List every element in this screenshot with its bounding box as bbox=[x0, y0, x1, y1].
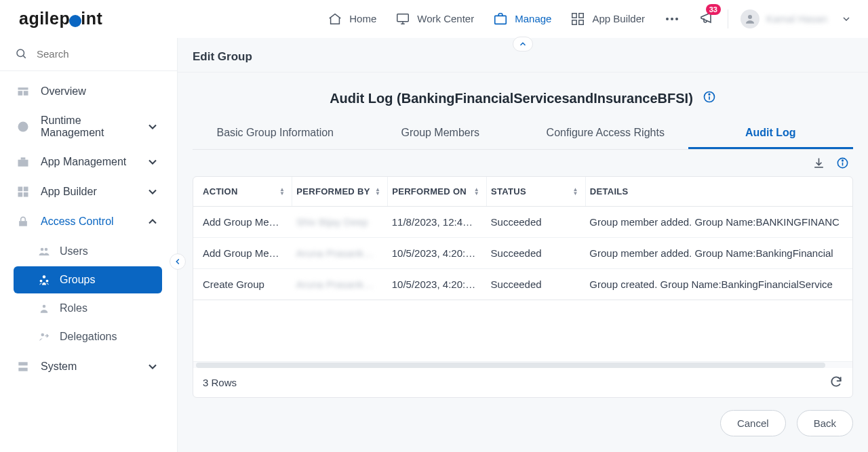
sub-item-label: Roles bbox=[60, 302, 87, 314]
search-icon bbox=[15, 47, 27, 60]
tab-group-members[interactable]: Group Members bbox=[358, 120, 524, 149]
svg-line-11 bbox=[23, 56, 25, 58]
sidebar-collapse-toggle[interactable] bbox=[170, 253, 186, 270]
col-action[interactable]: ACTION▲▼ bbox=[193, 177, 292, 207]
col-details: DETAILS bbox=[585, 177, 852, 207]
scrollbar-thumb[interactable] bbox=[196, 363, 825, 368]
sub-item-groups[interactable]: Groups bbox=[14, 266, 162, 293]
person-icon bbox=[744, 13, 756, 25]
grid-icon bbox=[570, 12, 585, 26]
cell-performed-on: 11/8/2023, 12:4… bbox=[388, 207, 487, 238]
svg-rect-14 bbox=[24, 91, 28, 96]
sub-item-users[interactable]: Users bbox=[14, 238, 162, 265]
monitor-icon bbox=[395, 12, 410, 26]
table-row[interactable]: Create Group Aruna Prasanku… 10/5/2023, … bbox=[193, 269, 852, 300]
search-box[interactable] bbox=[0, 38, 177, 71]
refresh-button[interactable] bbox=[829, 375, 843, 390]
sub-item-label: Delegations bbox=[60, 331, 117, 343]
access-control-sublist: Users Groups Roles Delegations bbox=[0, 238, 169, 350]
cancel-button[interactable]: Cancel bbox=[720, 410, 786, 436]
user-menu[interactable]: Kamal Hasan bbox=[741, 9, 852, 28]
col-performed-by[interactable]: PERFORMED BY▲▼ bbox=[292, 177, 388, 207]
squares-icon bbox=[16, 185, 30, 199]
chevron-down-icon bbox=[146, 185, 159, 199]
nav-work-center[interactable]: Work Center bbox=[395, 12, 474, 26]
sidebar-item-system[interactable]: System bbox=[0, 352, 169, 382]
cell-performed-by: Aruna Prasanku… bbox=[292, 269, 388, 300]
svg-point-24 bbox=[45, 248, 48, 251]
search-input[interactable] bbox=[37, 48, 166, 60]
group-icon bbox=[38, 274, 50, 286]
col-status[interactable]: STATUS▲▼ bbox=[487, 177, 586, 207]
svg-point-27 bbox=[46, 280, 49, 283]
audit-table-card: ACTION▲▼ PERFORMED BY▲▼ PERFORMED ON▲▼ S… bbox=[193, 176, 853, 398]
panel-collapse-up[interactable] bbox=[513, 37, 533, 52]
sub-item-label: Users bbox=[60, 245, 88, 258]
nav-manage-label: Manage bbox=[515, 13, 551, 24]
sidebar-label: App Management bbox=[41, 156, 126, 168]
sidebar-item-appmgmt[interactable]: App Management bbox=[0, 147, 169, 177]
svg-rect-1 bbox=[495, 16, 507, 24]
table-row[interactable]: Add Group Mem… Shiv Bijay Deep 11/8/2023… bbox=[193, 207, 852, 238]
sidebar-item-overview[interactable]: Overview bbox=[0, 77, 169, 106]
tab-audit-log[interactable]: Audit Log bbox=[688, 120, 854, 149]
logo-text-a: agilep bbox=[19, 9, 70, 28]
cell-performed-by: Shiv Bijay Deep bbox=[292, 207, 388, 238]
home-icon bbox=[328, 12, 342, 26]
lock-icon bbox=[16, 215, 30, 228]
sidebar-item-appbuilder[interactable]: App Builder bbox=[0, 177, 169, 207]
table-info-button[interactable] bbox=[836, 157, 849, 172]
horizontal-scrollbar[interactable] bbox=[193, 361, 852, 368]
nav-manage[interactable]: Manage bbox=[493, 12, 551, 26]
nav-home-label: Home bbox=[349, 13, 376, 24]
chevron-up-icon bbox=[518, 39, 528, 49]
svg-point-34 bbox=[709, 94, 710, 95]
logo: agilepint bbox=[19, 9, 102, 28]
sub-item-label: Groups bbox=[60, 274, 95, 286]
nav-work-center-label: Work Center bbox=[417, 13, 474, 24]
cell-action: Add Group Mem… bbox=[193, 207, 292, 238]
col-performed-on[interactable]: PERFORMED ON▲▼ bbox=[388, 177, 487, 207]
main-layout: Overview Runtime Management App Manageme… bbox=[0, 38, 868, 452]
sidebar-item-runtime[interactable]: Runtime Management bbox=[0, 106, 169, 147]
back-button[interactable]: Back bbox=[797, 410, 853, 436]
sort-icon: ▲▼ bbox=[474, 188, 479, 196]
svg-rect-5 bbox=[579, 20, 583, 24]
nav-app-builder[interactable]: App Builder bbox=[570, 12, 645, 26]
svg-rect-18 bbox=[18, 187, 23, 192]
notifications-button[interactable]: 33 bbox=[699, 9, 715, 28]
tab-configure-access[interactable]: Configure Access Rights bbox=[523, 120, 688, 149]
chevron-left-icon bbox=[173, 257, 182, 266]
svg-point-7 bbox=[671, 18, 673, 20]
sort-icon: ▲▼ bbox=[573, 188, 578, 196]
download-button[interactable] bbox=[812, 157, 825, 172]
user-name: Kamal Hasan bbox=[766, 13, 834, 24]
cell-action: Create Group bbox=[193, 269, 292, 300]
table-spacer bbox=[193, 300, 852, 361]
svg-rect-30 bbox=[18, 362, 27, 365]
sub-item-roles[interactable]: Roles bbox=[14, 295, 162, 322]
nav-home[interactable]: Home bbox=[328, 12, 376, 26]
svg-rect-20 bbox=[18, 192, 23, 197]
table-toolbar bbox=[193, 150, 853, 176]
dashboard-icon bbox=[16, 85, 30, 98]
briefcase-icon bbox=[493, 12, 508, 26]
cell-status: Succeeded bbox=[487, 238, 586, 269]
audit-table: ACTION▲▼ PERFORMED BY▲▼ PERFORMED ON▲▼ S… bbox=[193, 177, 852, 300]
sidebar-item-access-control[interactable]: Access Control bbox=[0, 207, 169, 237]
cell-details: Group member added. Group Name:BankingFi… bbox=[585, 238, 852, 269]
content-area: Edit Group Audit Log (BankingFinancialSe… bbox=[178, 38, 868, 452]
svg-point-25 bbox=[43, 275, 46, 279]
cell-status: Succeeded bbox=[487, 269, 586, 300]
svg-rect-31 bbox=[18, 368, 27, 371]
tab-basic-group-info[interactable]: Basic Group Information bbox=[193, 120, 358, 149]
top-nav: Home Work Center Manage App Builder bbox=[328, 11, 680, 27]
table-row[interactable]: Add Group Mem… Aruna Prasanku… 10/5/2023… bbox=[193, 238, 852, 269]
svg-rect-16 bbox=[18, 160, 28, 167]
sidebar-label: Runtime Management bbox=[41, 115, 135, 139]
panel: Audit Log (BankingFinancialServicesandIn… bbox=[178, 73, 868, 452]
info-button[interactable] bbox=[703, 90, 716, 106]
sub-item-delegations[interactable]: Delegations bbox=[14, 323, 162, 350]
more-icon[interactable] bbox=[664, 11, 680, 27]
sort-icon: ▲▼ bbox=[375, 188, 380, 196]
